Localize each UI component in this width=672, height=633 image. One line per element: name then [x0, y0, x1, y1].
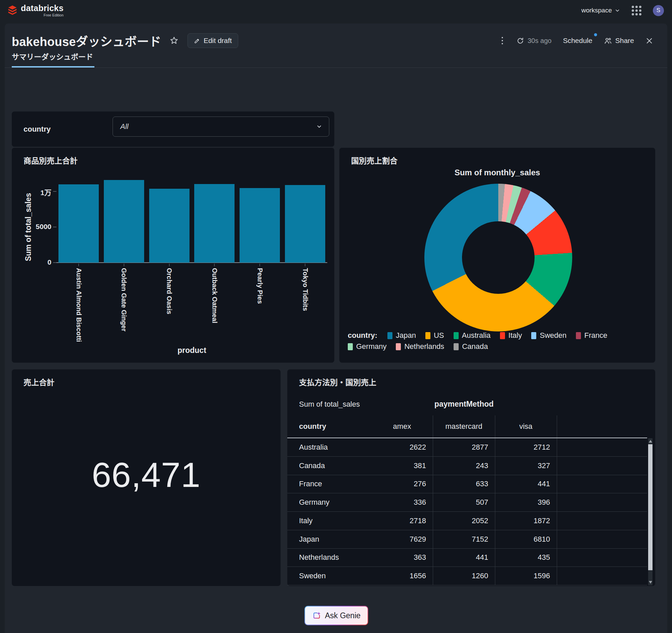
share-button[interactable]: Share [604, 36, 634, 45]
legend-item-italy[interactable]: Italy [500, 331, 522, 340]
kebab-menu-icon[interactable] [500, 35, 505, 46]
scroll-up-arrow-icon[interactable] [649, 440, 652, 442]
bar[interactable] [104, 180, 144, 262]
workspace-label: workspace [581, 7, 612, 14]
app-switcher-icon[interactable] [630, 4, 643, 17]
table-cell-amex: 2622 [371, 443, 433, 452]
favorite-star-icon[interactable] [169, 36, 179, 45]
bar-series [58, 180, 325, 262]
donut-chart-card: 国別売上割合 Sum of monthly_sales country: Jap… [339, 148, 655, 363]
bar[interactable] [58, 184, 99, 262]
table-cell-mastercard: 243 [433, 461, 495, 470]
legend-item-japan[interactable]: Japan [387, 331, 416, 340]
avatar[interactable]: S [653, 5, 664, 16]
legend-title: country: [348, 331, 377, 340]
y-axis-tick-mark [53, 262, 56, 263]
legend-label: Netherlands [404, 342, 444, 351]
table-row: France276633441 [287, 475, 647, 493]
edit-draft-button[interactable]: Edit draft [188, 33, 238, 48]
refresh-button[interactable]: 30s ago [517, 37, 551, 45]
table-body: Australia262228772712Canada381243327Fran… [287, 438, 647, 585]
databricks-logo[interactable]: databricks Free Edition [7, 4, 64, 17]
notification-dot [594, 33, 597, 36]
x-axis-tick-label: Golden Gate Ginger [120, 268, 128, 331]
table-cell-country: Sweden [287, 572, 371, 580]
table-header-country: country [299, 415, 326, 437]
table-cell-mastercard: 441 [433, 553, 495, 562]
legend-item-netherlands[interactable]: Netherlands [396, 342, 444, 351]
table-cell-amex: 381 [371, 461, 433, 470]
table-row: Netherlands363441435 [287, 549, 647, 567]
table-cell-mastercard: 2877 [433, 443, 495, 452]
legend-label: Australia [462, 331, 491, 340]
table-cell-amex: 276 [371, 480, 433, 488]
scroll-down-arrow-icon[interactable] [649, 581, 652, 584]
legend-label: Germany [356, 342, 386, 351]
bar[interactable] [285, 185, 325, 262]
table-cell-visa: 2712 [495, 443, 557, 452]
table-header-mastercard: mastercard [433, 415, 495, 437]
table-cell-mastercard: 633 [433, 480, 495, 488]
table-cell-amex: 2718 [371, 516, 433, 525]
dashboard-header: bakehouseダッシュボード Edit draft 30s ago [5, 24, 667, 50]
table-cell-country: Italy [287, 516, 371, 525]
legend-label: Italy [508, 331, 522, 340]
legend-swatch [576, 332, 581, 339]
legend-item-germany[interactable]: Germany [348, 342, 386, 351]
schedule-label: Schedule [563, 36, 592, 44]
schedule-button[interactable]: Schedule [563, 36, 592, 45]
legend-swatch [531, 332, 536, 339]
table-cell-visa: 1596 [495, 572, 557, 580]
x-axis-tick-mark [124, 263, 124, 266]
tab-summary-dashboard[interactable]: サマリーダッシュボード [12, 51, 94, 68]
counter-value: 66,471 [12, 455, 281, 495]
bar[interactable] [240, 188, 280, 262]
x-axis-tick-label: Austin Almond Biscotti [75, 268, 83, 342]
dashboard-canvas: country All 商品別売上合計 Sum of total_sales p… [5, 68, 667, 633]
legend-label: Canada [462, 342, 488, 351]
brand-subtitle: Free Edition [44, 14, 64, 17]
table-cell-amex: 1656 [371, 572, 433, 580]
workspace-switcher[interactable]: workspace [581, 7, 620, 14]
x-axis-tick-mark [169, 263, 170, 266]
table-cell-visa: 327 [495, 461, 557, 470]
legend-item-canada[interactable]: Canada [454, 342, 488, 351]
ask-genie-button[interactable]: Ask Genie [305, 606, 368, 625]
table-cell-country: Netherlands [287, 553, 371, 562]
table-column-group-header: paymentMethod [371, 393, 557, 415]
people-icon [604, 36, 612, 45]
table-cell-country: Canada [287, 461, 371, 470]
table-scrollbar[interactable] [648, 438, 652, 585]
table-cell-visa: 6810 [495, 535, 557, 544]
legend-swatch [425, 332, 430, 339]
table-cell-country: France [287, 480, 371, 488]
edit-draft-label: Edit draft [203, 36, 232, 45]
chevron-down-icon [615, 8, 620, 14]
table-row: Australia262228772712 [287, 438, 647, 457]
pivot-table-card: 支払方法別・国別売上 Sum of total_sales paymentMet… [287, 370, 655, 586]
table-cell-visa: 1872 [495, 516, 557, 525]
counter-card: 売上合計 66,471 [12, 370, 281, 586]
legend-item-sweden[interactable]: Sweden [531, 331, 567, 340]
close-icon[interactable] [645, 37, 653, 45]
legend-item-france[interactable]: France [576, 331, 607, 340]
bar[interactable] [194, 184, 235, 262]
table-cell-amex: 7629 [371, 535, 433, 544]
table-cell-mastercard: 2052 [433, 516, 495, 525]
legend-swatch [387, 332, 392, 339]
country-filter-select[interactable]: All [113, 117, 329, 137]
donut-legend: country: JapanUSAustraliaItalySwedenFran… [348, 331, 650, 351]
x-axis-title: product [58, 346, 325, 355]
bar[interactable] [149, 189, 190, 262]
donut-chart[interactable] [424, 184, 572, 331]
scrollbar-thumb[interactable] [648, 444, 652, 570]
y-axis-tick-label: 1万 [21, 187, 51, 197]
donut-hole [462, 221, 534, 294]
legend-item-us[interactable]: US [425, 331, 444, 340]
refresh-icon [517, 37, 524, 45]
table-cell-visa: 441 [495, 480, 557, 488]
legend-item-australia[interactable]: Australia [454, 331, 491, 340]
refresh-status: 30s ago [528, 37, 551, 45]
table-cell-mastercard: 1260 [433, 572, 495, 580]
chevron-down-icon [316, 124, 322, 130]
